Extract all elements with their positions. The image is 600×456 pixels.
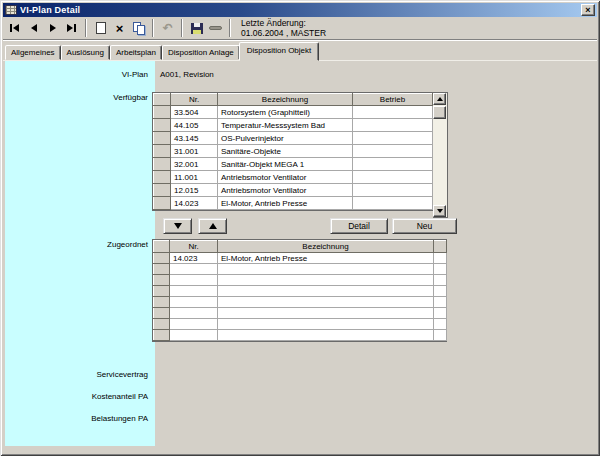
cell: Rotorsystem (Graphitteil) — [218, 106, 353, 119]
cell: Antriebsmotor Ventilator — [218, 184, 353, 197]
detail-button-label: Detail — [348, 221, 370, 231]
row-selector[interactable] — [154, 184, 171, 197]
scroll-up-icon — [437, 97, 443, 101]
row-selector[interactable] — [154, 319, 170, 330]
table-row[interactable] — [154, 275, 447, 286]
column-header: Bezeichnung — [218, 94, 353, 106]
move-up-button[interactable] — [198, 218, 227, 234]
cell — [218, 297, 434, 308]
table-row[interactable]: 14.023El-Motor, Antrieb Presse — [154, 197, 433, 210]
undo-button[interactable]: ↶ — [158, 18, 177, 38]
save-button[interactable] — [187, 18, 206, 38]
row-selector[interactable] — [154, 253, 170, 264]
neu-button[interactable]: Neu — [392, 218, 457, 234]
row-selector[interactable] — [154, 297, 170, 308]
new-record-button[interactable] — [91, 18, 110, 38]
cell — [170, 297, 218, 308]
detail-button[interactable]: Detail — [330, 218, 388, 234]
cell — [434, 308, 447, 319]
last-record-button[interactable] — [62, 18, 81, 38]
table-row[interactable] — [154, 308, 447, 319]
first-record-button[interactable] — [5, 18, 24, 38]
row-selector[interactable] — [154, 106, 171, 119]
table-row[interactable]: 44.105Temperatur-Messsystem Bad — [154, 119, 433, 132]
table-row[interactable] — [154, 319, 447, 330]
row-selector[interactable] — [154, 145, 171, 158]
tab-strip: AllgemeinesAuslösungArbeitsplanDispositi… — [3, 41, 597, 60]
table-row[interactable] — [154, 297, 447, 308]
table-row[interactable]: 11.001Antriebsmotor Ventilator — [154, 171, 433, 184]
toolbar-separator — [229, 19, 231, 37]
kostenanteil-label: Kostenanteil PA — [3, 392, 148, 401]
table-row[interactable]: 12.015Antriebsmotor Ventilator — [154, 184, 433, 197]
table-row[interactable]: 33.504Rotorsystem (Graphitteil) — [154, 106, 433, 119]
belastungen-label: Belastungen PA — [3, 414, 148, 423]
copy-button[interactable] — [129, 18, 148, 38]
row-selector[interactable] — [154, 330, 170, 341]
scroll-up-button[interactable] — [433, 93, 446, 105]
tab-disposition-objekt[interactable]: Disposition Objekt — [239, 42, 319, 61]
cell — [170, 286, 218, 297]
scroll-down-button[interactable] — [433, 205, 446, 217]
cell — [218, 319, 434, 330]
copy-icon — [133, 22, 145, 35]
table-row[interactable] — [154, 330, 447, 341]
verfuegbar-scrollbar[interactable] — [433, 92, 448, 218]
row-selector[interactable] — [154, 158, 171, 171]
cell — [353, 145, 433, 158]
cell: 11.001 — [171, 171, 218, 184]
table-row[interactable]: 32.001Sanitär-Objekt MEGA 1 — [154, 158, 433, 171]
cell: El-Motor, Antrieb Presse — [218, 197, 353, 210]
tab-disposition-anlage[interactable]: Disposition Anlage — [162, 45, 240, 60]
tab-auslösung[interactable]: Auslösung — [61, 45, 110, 60]
cell — [218, 286, 434, 297]
cell — [170, 275, 218, 286]
cell — [170, 319, 218, 330]
table-row[interactable]: 14.023El-Motor, Antrieb Presse — [154, 253, 447, 264]
table-row[interactable] — [154, 286, 447, 297]
row-selector[interactable] — [154, 197, 171, 210]
move-down-button[interactable] — [163, 218, 192, 234]
row-selector[interactable] — [154, 275, 170, 286]
remove-button[interactable] — [206, 18, 225, 38]
row-selector[interactable] — [154, 132, 171, 145]
cell: 32.001 — [171, 158, 218, 171]
cell — [170, 264, 218, 275]
arrow-up-icon — [209, 223, 217, 229]
cell: Sanitäre-Objekte — [218, 145, 353, 158]
delete-record-icon: × — [116, 22, 124, 35]
cell: 14.023 — [170, 253, 218, 264]
next-record-button[interactable] — [43, 18, 62, 38]
titlebar[interactable]: VI-Plan Detail × — [3, 3, 597, 17]
column-header — [434, 241, 447, 253]
row-selector[interactable] — [154, 286, 170, 297]
row-selector[interactable] — [154, 264, 170, 275]
cell — [170, 330, 218, 341]
side-panel — [5, 61, 155, 446]
table-row[interactable]: 31.001Sanitäre-Objekte — [154, 145, 433, 158]
last-change-info: Letzte Änderung: 01.06.2004 , MASTER — [241, 18, 326, 38]
save-icon — [191, 23, 203, 34]
neu-button-label: Neu — [417, 221, 433, 231]
next-record-icon — [50, 24, 56, 32]
new-record-icon — [96, 22, 106, 34]
tab-page-disposition-objekt: VI-Plan A001, Revision Verfügbar Nr.Beze… — [3, 60, 597, 453]
tab-arbeitsplan[interactable]: Arbeitsplan — [110, 45, 162, 60]
delete-record-button[interactable]: × — [110, 18, 129, 38]
scrollbar-thumb[interactable] — [433, 106, 446, 119]
cell — [353, 197, 433, 210]
cell: 12.015 — [171, 184, 218, 197]
tab-allgemeines[interactable]: Allgemeines — [5, 45, 61, 60]
previous-record-button[interactable] — [24, 18, 43, 38]
row-selector[interactable] — [154, 308, 170, 319]
toolbar: × ↶ Letzte Änderung: 01.06.2004 , MASTER — [3, 17, 597, 40]
previous-record-icon — [31, 24, 37, 32]
row-selector[interactable] — [154, 171, 171, 184]
table-row[interactable]: 43.145OS-Pulverinjektor — [154, 132, 433, 145]
table-row[interactable] — [154, 264, 447, 275]
cell: 43.145 — [171, 132, 218, 145]
toolbar-separator — [181, 19, 183, 37]
row-selector[interactable] — [154, 119, 171, 132]
close-button[interactable]: × — [581, 4, 595, 16]
cell — [218, 308, 434, 319]
